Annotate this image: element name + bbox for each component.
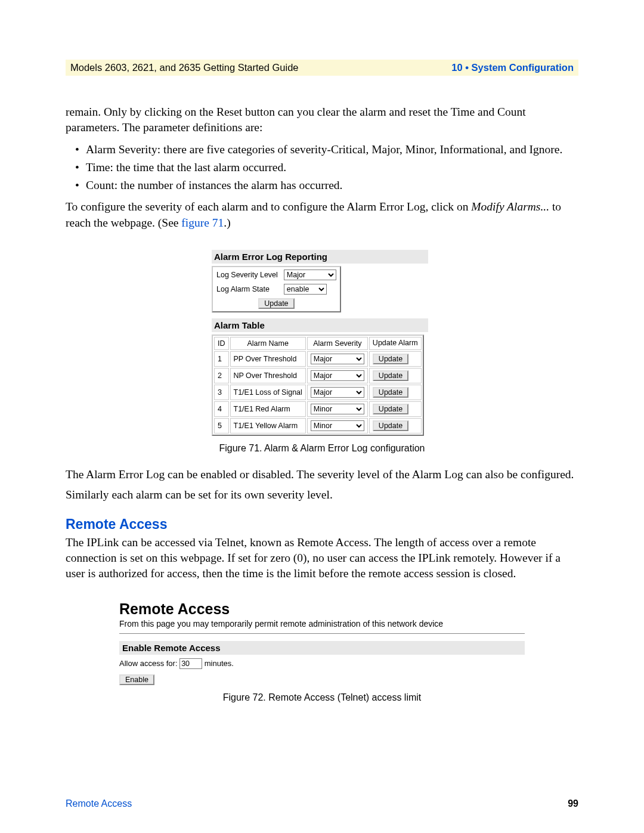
col-update: Update Alarm — [369, 337, 422, 350]
update-button[interactable]: Update — [373, 387, 408, 398]
remote-access-title: Remote Access — [119, 600, 525, 618]
remote-access-para: The IPLink can be accessed via Telnet, k… — [66, 535, 578, 582]
log-state-label: Log Alarm State — [214, 283, 280, 296]
update-button[interactable]: Update — [373, 370, 408, 381]
update-button[interactable]: Update — [373, 404, 408, 414]
severity-select[interactable]: Minor — [311, 404, 364, 414]
alarm-log-table: Log Severity Level Major Log Alarm State… — [212, 266, 341, 312]
figure-71-link[interactable]: figure 71 — [181, 216, 224, 229]
table-row: 2 NP Over Threshold Major Update — [214, 368, 422, 383]
modify-alarms-em: Modify Alarms... — [471, 200, 549, 213]
page-header: Models 2603, 2621, and 2635 Getting Star… — [66, 60, 578, 76]
table-row: 4 T1/E1 Red Alarm Minor Update — [214, 401, 422, 417]
header-left: Models 2603, 2621, and 2635 Getting Star… — [70, 62, 299, 73]
para-intro: remain. Only by clicking on the Reset bu… — [66, 104, 578, 136]
alarm-log-heading: Alarm Error Log Reporting — [212, 250, 428, 264]
table-row: 1 PP Over Threshold Major Update — [214, 351, 422, 367]
enable-remote-heading: Enable Remote Access — [119, 641, 525, 655]
severity-select[interactable]: Minor — [311, 420, 364, 431]
para-enable-disable: The Alarm Error Log can be enabled or di… — [66, 467, 578, 482]
header-right: 10 • System Configuration — [451, 62, 574, 73]
bullet-item: Alarm Severity: there are five categorie… — [66, 141, 578, 159]
severity-select[interactable]: Major — [311, 370, 364, 381]
minutes-input[interactable] — [179, 658, 202, 669]
alarm-table: ID Alarm Name Alarm Severity Update Alar… — [212, 335, 424, 436]
col-id: ID — [214, 337, 229, 350]
table-row: 5 T1/E1 Yellow Alarm Minor Update — [214, 418, 422, 433]
figure-72: Remote Access From this page you may tem… — [119, 600, 525, 685]
log-severity-select[interactable]: Major — [284, 270, 336, 280]
enable-button[interactable]: Enable — [119, 674, 154, 685]
page-footer: Remote Access 99 — [66, 798, 578, 809]
bullet-list: Alarm Severity: there are five categorie… — [66, 141, 578, 195]
figure-71: Alarm Error Log Reporting Log Severity L… — [212, 250, 432, 436]
table-row: 3 T1/E1 Loss of Signal Major Update — [214, 385, 422, 400]
alarm-table-heading: Alarm Table — [212, 318, 428, 332]
severity-select[interactable]: Major — [311, 387, 364, 398]
allow-access-line: Allow access for: minutes. — [119, 658, 525, 669]
update-button[interactable]: Update — [373, 420, 408, 431]
bullet-item: Time: the time that the last alarm occur… — [66, 159, 578, 176]
alarm-log-update-button[interactable]: Update — [258, 298, 294, 309]
bullet-item: Count: the number of instances the alarm… — [66, 176, 578, 194]
para-configure: To configure the severity of each alarm … — [66, 199, 578, 231]
remote-access-subtitle: From this page you may temporarily permi… — [119, 619, 525, 634]
update-button[interactable]: Update — [373, 354, 408, 364]
page-number: 99 — [568, 798, 578, 809]
log-state-select[interactable]: enable — [284, 284, 327, 295]
figure-72-caption: Figure 72. Remote Access (Telnet) access… — [66, 692, 578, 703]
severity-select[interactable]: Major — [311, 354, 364, 364]
log-severity-label: Log Severity Level — [214, 268, 280, 281]
figure-71-caption: Figure 71. Alarm & Alarm Error Log confi… — [66, 443, 578, 454]
col-severity: Alarm Severity — [307, 337, 368, 350]
col-name: Alarm Name — [230, 337, 306, 350]
para-each-alarm: Similarly each alarm can be set for its … — [66, 487, 578, 503]
remote-access-heading: Remote Access — [66, 516, 578, 532]
footer-section: Remote Access — [66, 798, 132, 809]
